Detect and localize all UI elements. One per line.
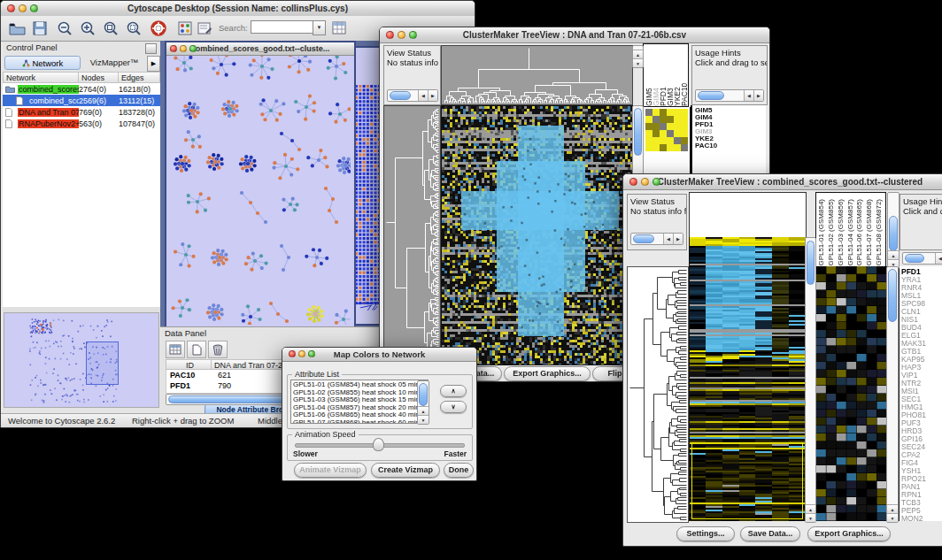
column-header-nodes[interactable]: Nodes — [79, 72, 119, 83]
scroll-thumb[interactable] — [905, 254, 924, 263]
scroll-arrow[interactable]: ▶ — [673, 234, 683, 244]
search-dropdown-arrow[interactable]: ▼ — [313, 20, 326, 35]
attribute-list-vscrollbar[interactable]: ▲▼ — [417, 380, 429, 425]
frame-close-button[interactable] — [170, 45, 177, 52]
vizmapper-icon[interactable] — [174, 19, 196, 38]
scroll-thumb[interactable] — [419, 383, 428, 406]
annotation-icon[interactable] — [194, 19, 215, 38]
network-list-row[interactable]: DNA and Tran 07769(0)183728(0) — [3, 106, 160, 118]
matrix-cell[interactable] — [674, 109, 681, 116]
matrix-cell[interactable] — [674, 116, 681, 123]
matrix-cell[interactable] — [660, 137, 667, 144]
minimize-button[interactable] — [298, 350, 305, 357]
zoom-window-button[interactable] — [409, 31, 417, 39]
save-data-button[interactable]: Save Data... — [740, 526, 800, 541]
attribute-list-item[interactable]: GPL51-04 (GSM857) heat shock 20 min — [293, 404, 428, 412]
scroll-thumb[interactable] — [889, 216, 898, 251]
matrix-cell[interactable] — [681, 144, 688, 151]
matrix-cell[interactable] — [681, 123, 688, 130]
scroll-arrow[interactable]: ◀ — [744, 90, 753, 101]
tab-vizmapper[interactable]: VizMapper™ — [82, 56, 146, 70]
treeview2-row-dendrogram[interactable] — [627, 266, 689, 523]
frame-minimize-button[interactable] — [180, 45, 187, 52]
matrix-cell[interactable] — [645, 123, 652, 130]
matrix-cell[interactable] — [645, 137, 652, 144]
search-input[interactable] — [251, 20, 314, 34]
tab-network[interactable]: Network — [4, 56, 81, 70]
zoom-window-button[interactable] — [30, 4, 38, 12]
network-overview-canvas[interactable] — [4, 313, 158, 407]
treeview2-zoom-heatmap[interactable] — [815, 266, 888, 521]
matrix-cell[interactable] — [652, 123, 660, 130]
close-button[interactable] — [289, 350, 296, 357]
column-header-network[interactable]: Network — [3, 72, 79, 83]
scroll-thumb[interactable] — [390, 91, 411, 100]
view-status-scrollbar[interactable]: ◀▶ — [630, 233, 683, 245]
matrix-cell[interactable] — [681, 109, 688, 116]
scroll-arrow[interactable]: ▲ — [887, 504, 898, 513]
gene-list-vscrollbar[interactable]: ▲▼ — [886, 266, 899, 523]
network-list-row[interactable]: RNAPuberNov2+563(0)107847(0) — [3, 118, 160, 129]
minimize-button[interactable] — [398, 31, 405, 39]
close-button[interactable] — [386, 31, 394, 39]
treeview1-zoom-matrix[interactable] — [645, 109, 688, 151]
treeview2-title-bar[interactable]: ClusterMaker TreeView : combined_scores_… — [623, 174, 942, 190]
network-list-row[interactable]: combined_scores2764(0)16218(0) — [3, 83, 160, 95]
view-status-scrollbar[interactable]: ◀▶ — [387, 89, 438, 102]
scroll-arrow[interactable]: ▼ — [633, 58, 643, 67]
treeview1-row-dendrogram[interactable] — [383, 105, 441, 365]
zoom-selected-icon[interactable] — [123, 19, 144, 38]
network-list-row[interactable]: combined_sco2569(6)13112(15) — [3, 95, 160, 106]
scroll-thumb[interactable] — [698, 91, 724, 100]
treeview1-heatmap[interactable] — [441, 105, 633, 365]
dendrogram-scroll-arrows[interactable]: ▲▼ — [632, 45, 644, 68]
minimize-button[interactable] — [641, 178, 649, 186]
zoom-window-button[interactable] — [652, 178, 660, 186]
animate-vizmap-button[interactable]: Animate Vizmap — [294, 463, 367, 478]
done-button[interactable]: Done — [444, 463, 474, 478]
usage-hints-scrollbar[interactable]: ◀▶ — [902, 252, 942, 265]
scroll-arrow[interactable]: ◀ — [935, 253, 942, 264]
array-labels-vscrollbar[interactable]: ▲▼ — [887, 192, 900, 269]
matrix-cell[interactable] — [660, 123, 667, 130]
close-button[interactable] — [7, 4, 15, 12]
matrix-cell[interactable] — [652, 137, 660, 144]
matrix-cell[interactable] — [667, 109, 674, 116]
move-down-button[interactable]: ∨ — [440, 401, 467, 413]
scroll-thumb[interactable] — [888, 269, 897, 322]
scroll-arrow[interactable]: ◀ — [663, 234, 673, 244]
matrix-cell[interactable] — [674, 144, 681, 151]
gene-list-item[interactable]: MON2 — [900, 515, 942, 521]
network-canvas[interactable] — [166, 56, 351, 325]
attribute-list[interactable]: GPL51-01 (GSM854) heat shock 05 minGPL51… — [290, 380, 429, 424]
frame-zoom-button[interactable] — [189, 45, 197, 52]
matrix-cell[interactable] — [681, 116, 688, 123]
tab-overflow-arrow[interactable]: ▶ — [147, 56, 160, 72]
matrix-cell[interactable] — [645, 109, 652, 116]
minimize-button[interactable] — [19, 4, 27, 12]
scroll-arrow[interactable]: ▼ — [887, 513, 898, 522]
close-button[interactable] — [629, 178, 637, 186]
speed-slider-thumb[interactable] — [373, 438, 384, 451]
attribute-list-item[interactable]: GPL51-06 (GSM865) heat shock 40 min — [293, 411, 428, 419]
scroll-arrow[interactable]: ◀ — [418, 90, 428, 101]
scroll-arrow[interactable]: ▼ — [806, 513, 815, 522]
matrix-cell[interactable] — [645, 144, 652, 151]
attribute-list-item[interactable]: GPL51-01 (GSM854) heat shock 05 min — [293, 381, 428, 389]
matrix-cell[interactable] — [660, 116, 667, 123]
matrix-cell[interactable] — [652, 144, 660, 151]
zoom-fit-icon[interactable] — [100, 19, 121, 38]
attribute-list-item[interactable]: GPL51-07 (GSM868) heat shock 60 min — [293, 419, 428, 424]
scroll-arrow[interactable]: ▲ — [888, 250, 899, 259]
matrix-cell[interactable] — [645, 130, 652, 137]
matrix-cell[interactable] — [681, 137, 688, 144]
attribute-list-item[interactable]: GPL51-02 (GSM855) heat shock 10 min — [293, 389, 428, 397]
matrix-cell[interactable] — [652, 109, 660, 116]
matrix-cell[interactable] — [674, 130, 681, 137]
matrix-cell[interactable] — [667, 144, 674, 151]
matrix-cell[interactable] — [667, 130, 674, 137]
scroll-thumb[interactable] — [633, 234, 654, 243]
scroll-arrow[interactable]: ▼ — [418, 415, 429, 424]
matrix-cell[interactable] — [667, 116, 674, 123]
scroll-arrow[interactable]: ▲ — [633, 50, 643, 58]
